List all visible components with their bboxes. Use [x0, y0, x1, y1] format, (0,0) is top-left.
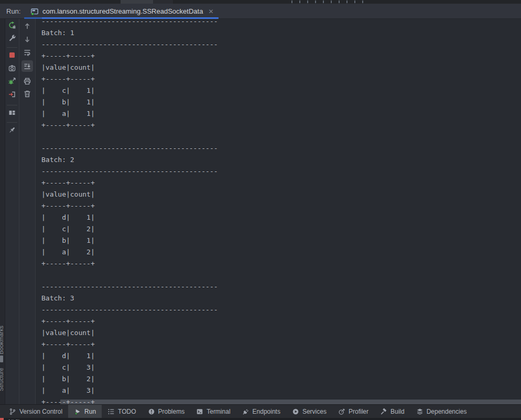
status-bar-item-build[interactable]: Build	[374, 405, 410, 418]
exit-button[interactable]	[6, 89, 18, 100]
run-console-icon	[30, 7, 39, 16]
status-bar-item-label: Profiler	[349, 408, 368, 415]
status-bar-item-run[interactable]: Run	[68, 405, 102, 418]
soft-wrap-button[interactable]	[21, 47, 33, 58]
stripe-item-structure[interactable]: Structure	[0, 368, 4, 391]
up-stack-trace-icon	[23, 22, 31, 30]
stop-button[interactable]	[6, 49, 18, 61]
status-bar-item-version-control[interactable]: Version Control	[3, 405, 68, 418]
exit-icon	[8, 90, 16, 99]
status-bar-item-endpoints[interactable]: Endpoints	[236, 405, 286, 418]
status-bar-item-terminal[interactable]: Terminal	[190, 405, 236, 418]
rerun-button[interactable]	[6, 19, 18, 31]
print-button[interactable]	[21, 76, 33, 87]
status-bar-item-label: Build	[390, 408, 405, 415]
thread-dump-camera-icon	[8, 64, 16, 72]
bottom-cut-red-icon	[0, 418, 4, 420]
status-bar-item-label: Version Control	[19, 408, 62, 415]
status-bar-item-services[interactable]: Services	[286, 405, 332, 418]
todo-list-icon	[107, 408, 115, 415]
settings-button[interactable]	[6, 32, 18, 44]
down-stack-trace-button[interactable]	[21, 34, 33, 45]
scroll-to-end-icon	[23, 62, 31, 70]
restore-layout-icon	[8, 109, 16, 117]
services-icon	[292, 408, 299, 415]
status-bar-item-label: Services	[302, 408, 327, 415]
stop-icon	[8, 51, 16, 59]
rerun-icon	[8, 21, 16, 29]
status-bar-item-label: Dependencies	[427, 408, 467, 415]
status-bar-item-label: Endpoints	[253, 408, 280, 415]
terminal-icon	[196, 408, 203, 415]
status-bar-item-problems[interactable]: Problems	[142, 405, 191, 418]
tool-window-bar: Version ControlRunTODOProblemsTerminalEn…	[0, 404, 521, 418]
close-tab-icon[interactable]: ✕	[208, 8, 213, 15]
toolbar-separator	[7, 47, 17, 48]
pin-tab-button[interactable]	[6, 124, 18, 136]
status-bar-item-label: Run	[84, 408, 96, 415]
scroll-to-end-button[interactable]	[21, 60, 33, 72]
restore-layout-button[interactable]	[6, 107, 18, 119]
endpoints-icon	[242, 408, 249, 415]
console-toolbar	[19, 19, 35, 404]
down-stack-trace-icon	[23, 35, 31, 44]
left-tool-window-stripe: Bookmarks Structure	[0, 19, 5, 404]
status-bar-item-label: TODO	[118, 408, 136, 415]
toolbar-separator	[7, 122, 17, 123]
top-cut-tab-remnant-2	[153, 0, 173, 4]
profiler-icon	[338, 408, 345, 415]
run-tab[interactable]: com.lanson.structuredStreaming.SSReadSoc…	[24, 4, 219, 19]
run-panel-header: Run: com.lanson.structuredStreaming.SSRe…	[0, 4, 521, 19]
run-tab-title: com.lanson.structuredStreaming.SSReadSoc…	[42, 7, 203, 15]
status-bar-item-label: Terminal	[207, 408, 230, 415]
stripe-item-bookmarks[interactable]: Bookmarks	[0, 326, 4, 354]
run-panel-body: Bookmarks Structure	[0, 19, 521, 404]
settings-wrench-icon	[8, 34, 16, 42]
up-stack-trace-button[interactable]	[21, 20, 33, 32]
pin-icon	[8, 126, 16, 134]
print-icon	[23, 77, 31, 85]
status-bar-item-dependencies[interactable]: Dependencies	[410, 405, 473, 418]
run-toolbar	[5, 19, 19, 404]
soft-wrap-icon	[23, 48, 31, 57]
top-cut-text-remnant	[291, 1, 369, 3]
status-bar-item-label: Problems	[158, 408, 185, 415]
console-output: ----------------------------------------…	[36, 19, 218, 404]
attach-debugger-button[interactable]	[6, 76, 18, 87]
tool-window-stripe-mark	[0, 356, 3, 362]
top-cut-tab-remnant	[121, 0, 153, 4]
run-play-icon	[74, 408, 81, 415]
status-bar-item-profiler[interactable]: Profiler	[332, 405, 374, 418]
problems-icon	[148, 408, 155, 415]
top-edge-cut	[0, 0, 521, 4]
build-hammer-icon	[380, 408, 387, 415]
git-branch-icon	[9, 408, 16, 415]
run-panel-title: Run:	[6, 7, 20, 15]
console-panel: ----------------------------------------…	[35, 19, 521, 404]
attach-debugger-icon	[8, 77, 16, 85]
toolbar-separator	[7, 105, 17, 105]
dependencies-icon	[416, 408, 424, 415]
clear-all-button[interactable]	[21, 88, 33, 100]
bottom-edge-cut: All fil	[0, 418, 521, 420]
ide-run-tool-window: Run: com.lanson.structuredStreaming.SSRe…	[0, 0, 521, 420]
status-bar-item-todo[interactable]: TODO	[102, 405, 142, 418]
clear-all-icon	[23, 90, 31, 98]
thread-dump-button[interactable]	[6, 62, 18, 74]
